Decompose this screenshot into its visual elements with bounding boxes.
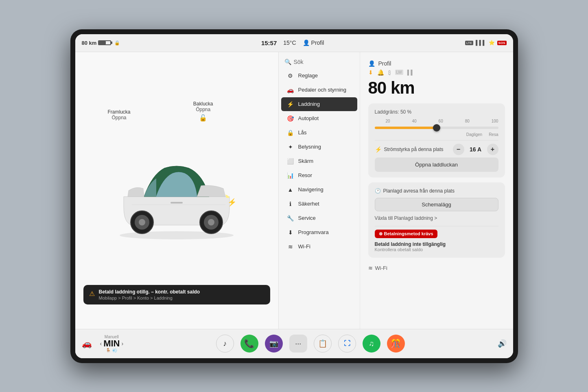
status-bar-left: 80 km 🔒 xyxy=(82,40,120,46)
error-circle-icon: ⊗ xyxy=(379,231,383,237)
warning-icon: ⚠ xyxy=(89,290,95,298)
spotify-icon: ♫ xyxy=(369,339,374,348)
menu-item-sakerhet[interactable]: ℹ Säkerhet xyxy=(281,197,357,211)
profile-button[interactable]: 👤 Profil xyxy=(303,39,324,46)
payment-error: ⊗ Betalningsmetod krävs xyxy=(375,230,498,238)
fan-icon: 💨 xyxy=(112,348,117,353)
car-panel: Framlucka Öppna Baklucka Öppna 🔓 xyxy=(75,52,279,329)
menu-item-programvara[interactable]: ⬇ Programvara xyxy=(281,226,357,239)
taskbar-center: ♪ 📞 📷 ··· 📋 ⛶ ♫ xyxy=(123,335,497,353)
phone-button[interactable]: 📞 xyxy=(240,335,258,353)
resor-icon: 📊 xyxy=(287,172,294,179)
camera-icon: 📷 xyxy=(269,339,278,348)
bluetooth-button[interactable]: ⛶ xyxy=(338,335,356,353)
menu-label-resor: Resor xyxy=(298,172,313,178)
payment-title: Betald laddning inte tillgänglig xyxy=(375,241,498,247)
menu-label-reglage: Reglage xyxy=(298,72,318,79)
menu-item-resor[interactable]: 📊 Resor xyxy=(281,169,357,182)
schedule-button[interactable]: Schemalägg xyxy=(375,198,498,211)
payment-error-badge: ⊗ Betalningsmetod krävs xyxy=(375,230,437,238)
climate-nav: ‹ MIN › xyxy=(100,339,124,348)
car-taskbar-icon[interactable]: 🚗 xyxy=(82,339,92,348)
spotify-button[interactable]: ♫ xyxy=(363,335,380,353)
open-port-button[interactable]: Öppna laddluckan xyxy=(375,158,498,172)
slider-thumb xyxy=(433,124,440,131)
menu-item-pedaler[interactable]: 🚗 Pedaler och styrning xyxy=(281,83,357,97)
apps-button[interactable]: 🎊 xyxy=(387,335,405,353)
music-button[interactable]: ♪ xyxy=(216,335,234,353)
pedaler-icon: 🚗 xyxy=(287,87,294,93)
belysning-icon: ✦ xyxy=(287,144,294,150)
prev-arrow[interactable]: ‹ xyxy=(100,340,102,347)
menu-item-laddning[interactable]: ⚡ Laddning xyxy=(281,97,357,111)
menu-label-service: Service xyxy=(298,215,316,221)
sakerhet-icon: ℹ xyxy=(287,201,294,207)
menu-label-las: Lås xyxy=(298,129,307,136)
apps-icon: 🎊 xyxy=(391,339,401,348)
divider-2 xyxy=(375,226,498,226)
search-icon: 🔍 xyxy=(284,59,291,65)
status-bar-center: 15:57 15°C 👤 Profil xyxy=(261,39,324,46)
wifi-item[interactable]: ≋ Wi-Fi xyxy=(368,263,505,274)
clock-icon: 🕐 xyxy=(375,188,381,194)
status-bar: 80 km 🔒 15:57 15°C 👤 Profil LTE ▌▌▌ ⭐ xyxy=(75,34,513,52)
menu-item-wifi[interactable]: ≋ Wi-Fi xyxy=(281,240,357,254)
phone-icon: 📞 xyxy=(244,339,254,348)
profile-label: Profil xyxy=(311,39,324,46)
signal-bars: ▌▌▌ xyxy=(476,40,486,46)
signal-status-icon: ▌▌ xyxy=(407,70,414,75)
search-menu-item[interactable]: 🔍 Sök xyxy=(279,55,360,68)
download-status-icon: ⬇ xyxy=(368,69,373,76)
screen-inner: 80 km 🔒 15:57 15°C 👤 Profil LTE ▌▌▌ ⭐ xyxy=(75,34,513,358)
content-profile-icon: 👤 xyxy=(368,60,375,67)
settings-menu: 🔍 Sök ⚙ Reglage 🚗 Pedaler och styrning ⚡… xyxy=(279,52,360,329)
notification-text: Betald laddning otillg. – kontr. obetalt… xyxy=(99,289,200,300)
bell-status-icon: 🔔 xyxy=(377,69,384,76)
charge-slider[interactable] xyxy=(375,127,498,129)
slider-track xyxy=(375,127,498,129)
navigering-icon: ▲ xyxy=(287,186,294,193)
laddning-icon: ⚡ xyxy=(287,101,294,107)
menu-item-reglage[interactable]: ⚙ Reglage xyxy=(281,69,357,83)
car-image-container: ⚡ xyxy=(99,125,254,256)
daily-label: Dagligen xyxy=(466,132,482,137)
bt-status-icon: ₿ xyxy=(388,69,391,76)
battery-indicator: 80 km xyxy=(82,40,111,46)
decrease-current-button[interactable]: − xyxy=(453,144,464,155)
baklucka-label: Baklucka Öppna 🔓 xyxy=(193,101,213,122)
climate-temp-display: MIN xyxy=(103,339,120,348)
menu-label-sakerhet: Säkerhet xyxy=(298,201,319,207)
menu-label-autopilot: Autopilot xyxy=(298,115,319,121)
current-label: ⚡ Strömstyrka på denna plats xyxy=(375,146,449,153)
seat-heat-icon: 🪑 xyxy=(106,348,111,353)
menu-item-service[interactable]: 🔧 Service xyxy=(281,211,357,225)
range-display: 80 km xyxy=(368,78,505,98)
time-display: 15:57 xyxy=(261,39,277,46)
payment-subtitle: Kontrollera obetalt saldo xyxy=(375,247,498,252)
menu-label-skarm: Skärm xyxy=(298,158,314,164)
menu-item-navigering[interactable]: ▲ Navigering xyxy=(281,183,357,197)
service-icon: 🔧 xyxy=(287,215,294,221)
skarm-icon: ⬜ xyxy=(287,158,294,164)
notes-button[interactable]: 📋 xyxy=(314,335,332,353)
volume-button[interactable]: 🔊 xyxy=(498,339,507,348)
switch-to-planned-link[interactable]: Växla till Planlagd laddning > xyxy=(375,214,498,223)
menu-label-belysning: Belysning xyxy=(298,144,321,150)
framlucka-label: Framlucka Öppna xyxy=(108,109,131,120)
taskbar-right: 🔊 xyxy=(498,339,507,348)
more-button[interactable]: ··· xyxy=(289,335,307,353)
increase-current-button[interactable]: + xyxy=(487,144,498,155)
menu-item-las[interactable]: 🔒 Lås xyxy=(281,126,357,140)
slider-mode-labels: Dagligen Resa xyxy=(375,132,498,137)
climate-icons: 🪑 💨 xyxy=(106,348,117,353)
battery-bar xyxy=(98,40,111,45)
search-label: Sök xyxy=(294,59,304,65)
menu-item-belysning[interactable]: ✦ Belysning xyxy=(281,140,357,154)
main-content: Framlucka Öppna Baklucka Öppna 🔓 xyxy=(75,52,513,329)
taskbar: 🚗 Manuell ‹ MIN › 🪑 💨 ♪ xyxy=(75,329,513,358)
camera-button[interactable]: 📷 xyxy=(265,335,283,353)
menu-item-skarm[interactable]: ⬜ Skärm xyxy=(281,154,357,168)
scheduled-title: 🕐 Planlagd avresa från denna plats xyxy=(375,188,498,194)
menu-item-autopilot[interactable]: 🎯 Autopilot xyxy=(281,112,357,125)
menu-label-programvara: Programvara xyxy=(298,229,329,235)
